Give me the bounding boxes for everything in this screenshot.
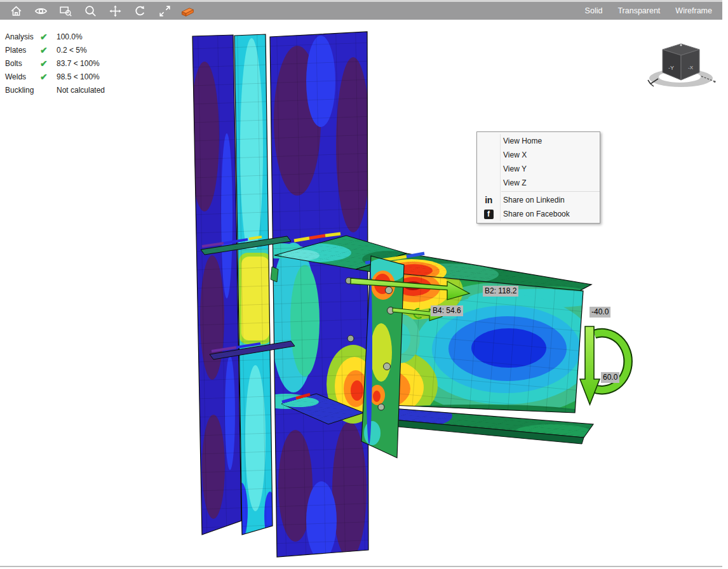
menu-item-share-linkedin[interactable]: in Share on Linkedin <box>477 193 600 207</box>
menu-item-label: Share on Facebook <box>503 210 570 218</box>
menu-item-label: View Y <box>503 164 527 173</box>
column-left-flange <box>190 35 241 535</box>
moment-load-tag: -40.0 <box>590 307 610 318</box>
menu-item-view-home[interactable]: View Home <box>477 134 600 148</box>
shear-load-tag: 60.0 <box>601 372 619 383</box>
load-arrows <box>580 326 628 405</box>
bolt-force-tag-b2: B2: 118.2 <box>483 286 518 297</box>
navigation-cube[interactable]: -Y -X <box>645 39 718 93</box>
menu-item-label: View Home <box>503 137 542 145</box>
cube-face-label-right: -X <box>688 65 694 70</box>
menu-item-view-y[interactable]: View Y <box>477 162 600 176</box>
menu-item-label: Share on Linkedin <box>503 196 565 204</box>
menu-separator <box>501 191 600 192</box>
app-window: Solid Transparent Wireframe <box>0 0 728 569</box>
bolt-force-tag-b4: B4: 54.6 <box>431 305 463 316</box>
column-web <box>234 34 276 540</box>
cube-face-label-left: -Y <box>668 65 674 71</box>
facebook-icon: f <box>484 210 494 219</box>
menu-item-label: View X <box>503 151 527 159</box>
menu-item-view-x[interactable]: View X <box>477 148 600 162</box>
menu-item-share-facebook[interactable]: f Share on Facebook <box>477 207 600 221</box>
menu-item-view-z[interactable]: View Z <box>477 176 600 190</box>
viewport-context-menu: View Home View X View Y View Z in Share … <box>476 131 600 224</box>
linkedin-icon: in <box>482 195 495 205</box>
menu-item-label: View Z <box>503 178 526 187</box>
model-viewport-3d[interactable] <box>0 0 728 569</box>
